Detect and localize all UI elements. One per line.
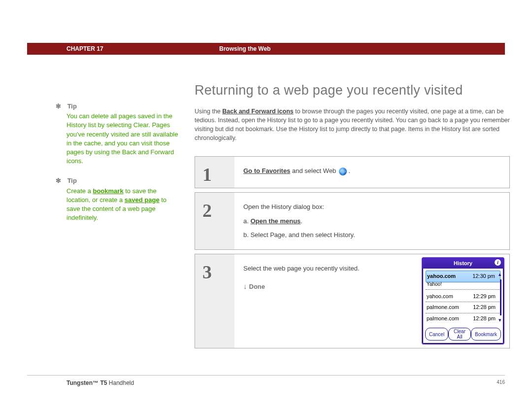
- history-buttons: Cancel Clear All Bookmark: [423, 326, 503, 343]
- step-2-number: 2: [202, 198, 212, 224]
- history-title: History: [454, 260, 472, 266]
- chapter-title: Browsing the Web: [219, 45, 270, 53]
- scrollbar[interactable]: ▴ ▾: [499, 271, 502, 324]
- history-item-url: yahoo.com: [427, 293, 453, 300]
- info-icon[interactable]: i: [495, 259, 501, 266]
- history-item[interactable]: yahoo.com 12:29 pm: [426, 291, 500, 302]
- web-icon: [339, 168, 347, 175]
- open-menus-link[interactable]: Open the menus: [250, 217, 300, 225]
- scroll-down-icon[interactable]: ▾: [499, 316, 502, 324]
- cancel-button[interactable]: Cancel: [425, 328, 448, 341]
- page-title: Returning to a web page you recently vis…: [195, 81, 510, 100]
- intro-pre: Using the: [195, 108, 222, 115]
- history-item[interactable]: palmone.com 12:28 pm: [426, 302, 500, 313]
- history-item-url: yahoo.com: [427, 273, 456, 280]
- step-1: 1 Go to Favorites and select Web .: [195, 156, 510, 188]
- history-item-url: palmone.com: [427, 304, 459, 311]
- tip-2: ✻ Tip Create a bookmark to save the loca…: [66, 176, 180, 222]
- history-item-sub: Yahoo!: [426, 281, 500, 290]
- intro-paragraph: Using the Back and Forward icons to brow…: [195, 107, 510, 143]
- step2-b: b. Select Page, and then select History.: [243, 231, 500, 240]
- step-3: 3 Select the web page you recently visit…: [195, 254, 510, 348]
- tip2-pre: Create a: [66, 187, 93, 195]
- clear-all-button[interactable]: Clear All: [448, 328, 471, 341]
- footer: Tungsten™ T5 Handheld 416: [27, 379, 505, 387]
- go-to-favorites-link[interactable]: Go to Favorites: [243, 167, 290, 174]
- step-1-number: 1: [202, 162, 212, 188]
- chapter-label: CHAPTER 17: [27, 45, 103, 53]
- steps: 1 Go to Favorites and select Web . 2 Ope…: [195, 156, 510, 348]
- history-item-time: 12:28 pm: [473, 304, 496, 311]
- step2-a: a. Open the menus.: [243, 217, 500, 226]
- tip-1: ✻ Tip You can delete all pages saved in …: [66, 102, 180, 166]
- tip-2-text: Create a bookmark to save the location, …: [66, 187, 180, 223]
- done-label: Done: [249, 283, 266, 290]
- star-icon: ✻: [56, 102, 63, 111]
- step3-text: Select the web page you recently visited…: [243, 264, 362, 273]
- step1-rest: and select Web: [290, 167, 338, 174]
- down-arrow-icon: ↓: [243, 281, 247, 291]
- step-2: 2 Open the History dialog box: a. Open t…: [195, 192, 510, 250]
- sidebar: ✻ Tip You can delete all pages saved in …: [66, 102, 180, 233]
- tip-1-text: You can delete all pages saved in the Hi…: [66, 112, 180, 166]
- history-dialog: History i yahoo.com 12:30 pm Yahoo! yaho…: [422, 257, 504, 344]
- bookmark-link[interactable]: bookmark: [93, 187, 123, 195]
- history-item-time: 12:30 pm: [472, 273, 495, 280]
- scroll-track[interactable]: [500, 279, 501, 315]
- main-content: Returning to a web page you recently vis…: [195, 81, 510, 352]
- star-icon: ✻: [56, 176, 63, 185]
- saved-page-link[interactable]: saved page: [125, 196, 160, 204]
- history-item-url: palmone.com: [427, 315, 459, 322]
- tip-label: Tip: [67, 103, 77, 110]
- step-1-body: Go to Favorites and select Web .: [234, 157, 509, 188]
- product-name: Tungsten™ T5 Handheld: [27, 379, 134, 387]
- history-item-time: 12:28 pm: [473, 315, 496, 322]
- footer-rule: [27, 375, 505, 376]
- page-number: 416: [497, 379, 505, 387]
- step-3-body: Select the web page you recently visited…: [234, 254, 509, 348]
- history-title-bar: History i: [423, 258, 503, 269]
- back-forward-link[interactable]: Back and Forward icons: [222, 108, 293, 115]
- history-item[interactable]: palmone.com 12:28 pm: [426, 313, 500, 324]
- done-indicator: ↓Done: [243, 281, 362, 291]
- scroll-up-icon[interactable]: ▴: [499, 271, 502, 278]
- step-2-body: Open the History dialog box: a. Open the…: [234, 193, 509, 249]
- step-3-number: 3: [202, 259, 212, 285]
- chapter-header: CHAPTER 17 Browsing the Web: [27, 43, 505, 55]
- bookmark-button[interactable]: Bookmark: [471, 328, 501, 341]
- history-list: yahoo.com 12:30 pm Yahoo! yahoo.com 12:2…: [423, 269, 503, 326]
- step2-line1: Open the History dialog box:: [243, 203, 500, 211]
- tip-label: Tip: [67, 177, 77, 184]
- history-item-time: 12:29 pm: [473, 293, 496, 300]
